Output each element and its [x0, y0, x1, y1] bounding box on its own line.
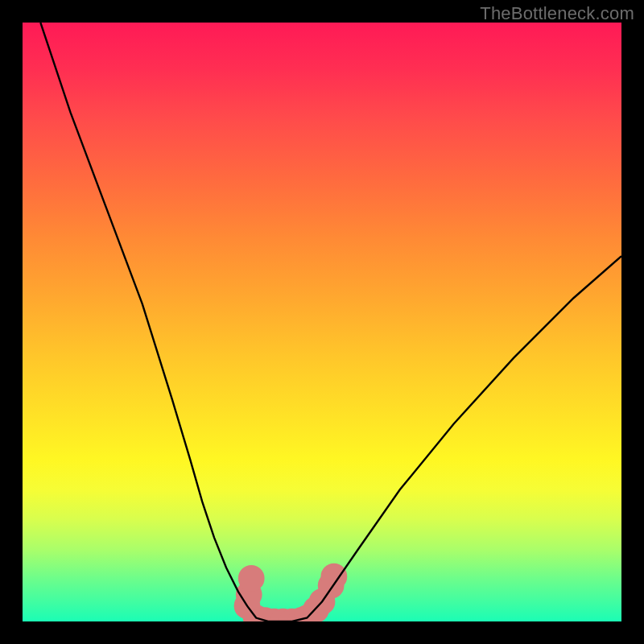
chart-frame: TheBottleneck.com: [0, 0, 644, 644]
plot-area: [23, 23, 621, 621]
bottleneck-curve: [40, 23, 621, 621]
data-point: [238, 565, 265, 592]
watermark-text: TheBottleneck.com: [480, 3, 634, 24]
curve-svg: [23, 23, 621, 621]
data-markers: [234, 564, 348, 621]
